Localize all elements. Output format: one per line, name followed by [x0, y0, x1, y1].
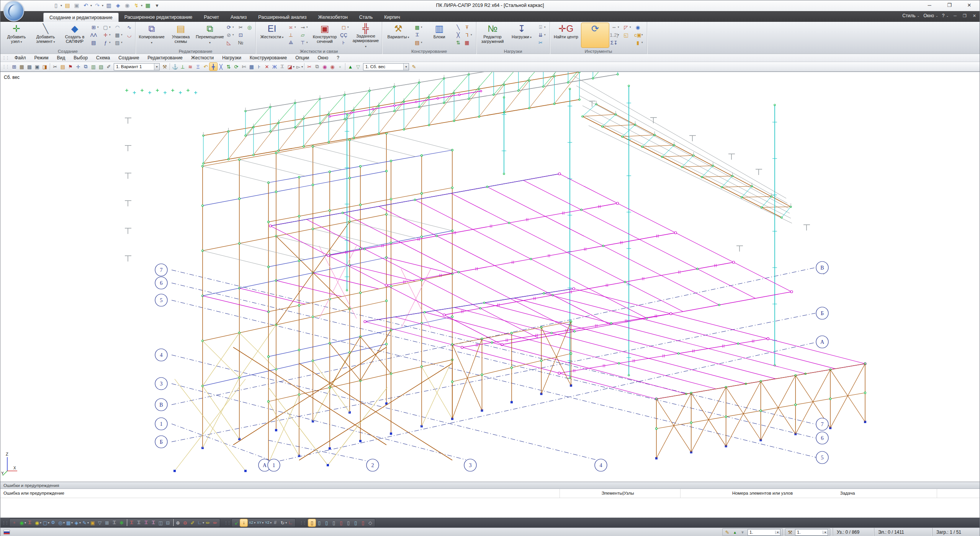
window-b-icon[interactable]: ⊟ — [164, 519, 172, 526]
mark-pen-icon[interactable]: ✐ — [189, 519, 196, 526]
box-yellow-icon[interactable]: ▣ — [89, 519, 96, 526]
loadcase-number-combo[interactable]: 1.▾ — [748, 529, 780, 536]
cut-icon[interactable]: ✂ — [51, 63, 59, 70]
supports-icon[interactable]: ⊥ — [287, 31, 298, 38]
menu-item-конструирование[interactable]: Конструирование — [245, 54, 291, 62]
copy-fragment-icon[interactable]: ⧉ — [313, 63, 321, 70]
h-beam-icon[interactable]: Ɪ — [278, 63, 286, 70]
sphere-select-icon[interactable]: ◉ — [18, 519, 25, 526]
weight-icon-dropdown[interactable]: ▾ — [544, 26, 547, 29]
axes-icon[interactable]: ∟ — [287, 519, 294, 526]
sphere-blue-icon[interactable]: ◎ — [57, 519, 64, 526]
fragment-3-icon[interactable]: ▯ — [323, 519, 330, 526]
loadcase-combo-dropdown[interactable]: ▾ — [403, 64, 409, 70]
close-button[interactable]: ✕ — [963, 1, 976, 9]
menu-item-редактирование[interactable]: Редактирование — [143, 54, 187, 62]
tab-анализ[interactable]: Анализ — [225, 13, 252, 22]
menu-item-окно[interactable]: Окно — [313, 54, 332, 62]
model-canvas[interactable]: Сб. вес 76543В1БА1234ВБА765ZYX — [0, 72, 980, 482]
leaf-icon[interactable]: ✻ — [118, 519, 125, 526]
grid-select-icon[interactable]: ▦ — [65, 519, 72, 526]
find-center-button[interactable]: ✛GНайти центр — [552, 23, 580, 47]
tp-section-icon-dropdown[interactable]: ▾ — [471, 33, 474, 36]
steel-section-icon[interactable]: Ɪ — [414, 31, 424, 38]
tab-создание-и-редактирование[interactable]: Создание и редактирование — [43, 13, 119, 22]
menu-item-вид[interactable]: Вид — [53, 54, 70, 62]
distributed-load-icon[interactable]: ⇊▾ — [537, 31, 547, 38]
frame-icon[interactable]: ⊞▾ — [90, 24, 100, 31]
menu-item-файл[interactable]: Файл — [10, 54, 30, 62]
dimension-icon-dropdown[interactable]: ▾ — [294, 26, 298, 29]
view-yz-icon[interactable]: YZ — [263, 519, 271, 526]
menu-item-нагрузки[interactable]: Нагрузки — [218, 54, 245, 62]
rotate-copy-icon[interactable]: ⟳▾ — [225, 24, 236, 31]
h-section-red-icon[interactable]: Ɪ — [26, 519, 33, 526]
menu-item-выбор[interactable]: Выбор — [69, 54, 92, 62]
i-rose-icon[interactable]: Ɪ — [150, 519, 157, 526]
tab-сталь[interactable]: Сталь — [353, 13, 378, 22]
repaint-icon[interactable]: ◨ — [41, 63, 49, 70]
rotate-copy-icon-dropdown[interactable]: ▾ — [232, 26, 236, 29]
doc-restore-button[interactable]: ❐ — [962, 13, 968, 18]
t-section-icon[interactable]: Ŧ — [463, 24, 474, 31]
menu-item-?[interactable]: ? — [332, 54, 344, 62]
cut-fragment-icon[interactable]: ✂ — [306, 63, 313, 70]
hatch-icon[interactable]: ▨▾ — [114, 39, 124, 46]
mirror-icon-dropdown[interactable]: ▾ — [232, 33, 236, 36]
arc-icon[interactable]: ◡ — [126, 31, 133, 38]
node-axes-icon[interactable]: ✛▾ — [102, 31, 112, 38]
grid-toggle-icon[interactable]: # — [272, 519, 279, 526]
fxy-surface-icon[interactable]: ƒ▾ — [102, 39, 112, 46]
cylinder-icon[interactable]: ▢▾ — [102, 24, 112, 31]
zoom-reset-icon[interactable]: ⊖ — [182, 519, 189, 526]
pack-icon[interactable]: ▤ — [59, 63, 67, 70]
rod-spring-icon[interactable]: ∿ — [126, 24, 133, 31]
t-node-icon[interactable]: ⊦ — [255, 63, 263, 70]
node-select-icon[interactable]: ◈ — [73, 519, 80, 526]
stiffness-ep-icon[interactable]: Ξ — [194, 63, 202, 70]
doc-minimize-button[interactable]: ─ — [952, 13, 958, 18]
joint-icon-dropdown[interactable]: ▾ — [306, 26, 309, 29]
pencil-yellow-icon[interactable]: ✏ — [204, 519, 211, 526]
menu-item-режим[interactable]: Режим — [30, 54, 53, 62]
t-block-icon-dropdown[interactable]: ▾ — [641, 41, 645, 44]
ring-section-icon-dropdown[interactable]: ▾ — [347, 26, 350, 29]
load-chart-icon[interactable]: ◪ — [286, 63, 294, 70]
keyboard-layout-flag-icon[interactable] — [3, 530, 10, 534]
rotate-icon[interactable]: ⟳ — [232, 63, 240, 70]
menu-item-создание[interactable]: Создание — [114, 54, 143, 62]
stiffness-button[interactable]: EIЖесткости ▾ — [258, 23, 286, 47]
next-loadcase-icon[interactable]: ▼ — [739, 528, 746, 536]
tp-section-icon[interactable]: Ꞁ▾ — [463, 31, 474, 38]
blocks-button[interactable]: ▥Блоки — [425, 23, 453, 47]
row-select-icon[interactable]: ┅▾ — [610, 24, 621, 31]
section-builder-button[interactable]: ▣Конструктор сечений — [311, 23, 339, 47]
bottom-toolbar-grip[interactable]: ⋮⋮ — [2, 521, 8, 525]
box-export-icon[interactable]: ⊠ — [103, 519, 111, 526]
fragment-7-icon[interactable]: ▯ — [352, 519, 359, 526]
cc-links-icon[interactable]: ÇÇ — [340, 31, 350, 38]
funnel-icon[interactable]: ▽ — [96, 519, 103, 526]
pile-icon[interactable]: ⊦ — [340, 39, 350, 46]
doc-close-button[interactable]: ✕ — [972, 13, 977, 18]
window-menu[interactable]: Окно⌄ — [923, 13, 938, 18]
cursor-mode-icon[interactable]: ▻ — [294, 63, 302, 70]
next-loadcase-icon[interactable]: ▽ — [354, 63, 362, 70]
cylinder-icon-dropdown[interactable]: ▾ — [109, 26, 112, 29]
preset-reinforcement-button[interactable]: ╬Заданное армирование ▾ — [352, 23, 380, 47]
i-red-icon[interactable]: Ɪ — [128, 519, 135, 526]
add-element-button[interactable]: ╲Добавить элемент ▾ — [32, 23, 59, 47]
rotate-view-icon[interactable]: ↻ — [279, 519, 286, 526]
refresh-view-button[interactable]: ⟳ — [581, 23, 609, 47]
loadcase-editor-button[interactable]: №Редактор загружений — [479, 23, 506, 47]
row-select-icon-dropdown[interactable]: ▾ — [618, 26, 621, 29]
zoom-refresh-icon[interactable]: ◉ — [634, 24, 645, 31]
fragment-1-icon[interactable]: ▯ — [308, 519, 316, 526]
springs-icon[interactable]: ≋ — [187, 63, 194, 70]
material-icon-dropdown[interactable]: ▾ — [421, 26, 424, 29]
delete-part-icon[interactable]: ◺ — [225, 39, 236, 46]
distributed-load-icon-dropdown[interactable]: ▾ — [544, 33, 547, 36]
tab-расширенное-редактирование[interactable]: Расширенное редактирование — [119, 13, 198, 22]
renumber-icon[interactable]: № — [237, 39, 244, 46]
z-levels-icon[interactable]: ⇅ — [455, 39, 462, 46]
